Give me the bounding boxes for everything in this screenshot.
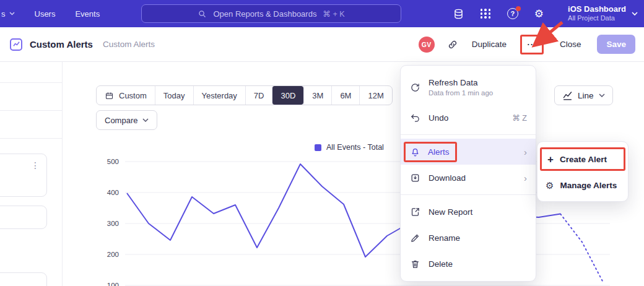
menu-item-undo[interactable]: Undo ⌘ Z <box>401 105 536 131</box>
query-builder-card[interactable]: ⋮ <box>0 154 47 197</box>
menu-item-alerts[interactable]: Alerts › <box>401 139 536 165</box>
date-range-yesterday[interactable]: Yesterday <box>193 86 245 105</box>
save-button[interactable]: Save <box>597 35 635 54</box>
sidebar-divider <box>62 62 63 286</box>
top-bar-icon-group: ? ⚙ <box>453 0 544 27</box>
gear-icon: ⚙ <box>534 9 544 19</box>
report-options-menu: Refresh Data Data from 1 min ago Undo ⌘ … <box>400 65 536 282</box>
trash-icon <box>409 259 421 269</box>
apps-menu-button[interactable] <box>481 9 491 19</box>
date-range-label: Custom <box>119 91 147 100</box>
query-builder-card[interactable] <box>0 206 47 229</box>
date-range-today[interactable]: Today <box>155 86 193 105</box>
plus-icon: + <box>547 154 554 165</box>
sidebar-separator <box>0 82 62 83</box>
legend-swatch <box>315 144 321 151</box>
apps-grid-icon <box>481 9 491 19</box>
date-range-control: Custom Today Yesterday 7D 30D 3M 6M 12M <box>96 85 393 105</box>
undo-icon <box>409 113 421 123</box>
refresh-data-text: Refresh Data Data from 1 min ago <box>429 78 493 97</box>
menu-item-rename[interactable]: Rename <box>401 225 536 251</box>
annotation-box-create-alert: + Create Alert <box>540 147 625 171</box>
date-range-label: 30D <box>281 91 295 100</box>
download-icon <box>409 173 421 183</box>
menu-item-download[interactable]: Download › <box>401 165 536 191</box>
page-title: Custom Alerts <box>30 39 93 50</box>
nav-item-users[interactable]: Users <box>35 9 56 19</box>
menu-divider <box>401 194 536 195</box>
chevron-right-icon: › <box>524 173 527 183</box>
svg-text:300: 300 <box>107 220 119 227</box>
svg-text:400: 400 <box>107 189 119 196</box>
annotation-box-alerts: Alerts <box>404 142 457 162</box>
menu-item-label: Refresh Data <box>429 78 493 87</box>
nav-users-label: Users <box>35 9 56 19</box>
menu-item-new-report[interactable]: New Report <box>401 199 536 225</box>
menu-item-label: Undo <box>429 113 448 123</box>
chart-type-label: Line <box>578 91 594 100</box>
project-selector-text: iOS Dashboard All Project Data <box>568 4 626 23</box>
sidebar-separator <box>0 138 62 139</box>
date-range-6m[interactable]: 6M <box>331 86 359 105</box>
svg-text:200: 200 <box>107 251 119 258</box>
kebab-menu-icon[interactable]: ⋮ <box>31 160 40 170</box>
submenu-item-create-alert[interactable]: + Create Alert <box>537 145 628 173</box>
search-placeholder: Open Reports & Dashboards <box>213 9 316 19</box>
top-navigation-bar: s Users Events Open Reports & Dashboards… <box>0 0 644 27</box>
submenu-item-manage-alerts[interactable]: ⚙ Manage Alerts <box>537 173 628 197</box>
query-builder-card[interactable] <box>0 272 47 286</box>
menu-item-label: Alerts <box>428 147 450 157</box>
menu-item-label: New Report <box>429 207 472 217</box>
breadcrumb[interactable]: Custom Alerts <box>103 40 155 49</box>
menu-item-label: Download <box>429 173 466 183</box>
compare-label: Compare <box>105 116 137 125</box>
nav-item-boards-truncated[interactable]: s <box>1 9 15 19</box>
nav-item-events[interactable]: Events <box>75 9 100 19</box>
pencil-icon <box>409 233 421 243</box>
menu-item-refresh-data[interactable]: Refresh Data Data from 1 min ago <box>401 70 536 105</box>
alerts-submenu: + Create Alert ⚙ Manage Alerts <box>537 141 629 202</box>
board-icon <box>10 38 22 51</box>
close-button[interactable]: Close <box>560 40 581 49</box>
submenu-item-label: Create Alert <box>560 155 607 164</box>
nav-events-label: Events <box>75 9 100 19</box>
help-button[interactable]: ? <box>507 8 518 19</box>
share-link-button[interactable] <box>447 39 458 50</box>
bell-icon <box>409 147 421 157</box>
settings-button[interactable]: ⚙ <box>534 9 544 19</box>
chevron-down-icon <box>142 118 149 122</box>
date-range-7d[interactable]: 7D <box>245 86 272 105</box>
project-name: iOS Dashboard <box>568 4 626 14</box>
refresh-caption: Data from 1 min ago <box>429 89 493 97</box>
search-shortcut: ⌘ + K <box>323 9 344 19</box>
chevron-down-icon <box>632 12 638 16</box>
date-range-custom[interactable]: Custom <box>97 86 155 105</box>
gear-icon: ⚙ <box>546 181 554 190</box>
date-range-30d-selected[interactable]: 30D <box>272 86 303 105</box>
notification-dot <box>516 6 521 11</box>
menu-item-label: Rename <box>429 233 460 243</box>
date-range-3m[interactable]: 3M <box>303 86 331 105</box>
date-range-label: 12M <box>368 91 383 100</box>
avatar[interactable]: GV <box>419 37 435 53</box>
project-selector[interactable]: iOS Dashboard All Project Data <box>568 0 638 27</box>
undo-shortcut: ⌘ Z <box>512 113 527 123</box>
header-actions: GV Duplicate ⋯ Close Save <box>419 35 635 54</box>
new-report-icon <box>409 207 421 217</box>
more-options-button[interactable]: ⋯ <box>520 35 544 54</box>
menu-item-delete[interactable]: Delete <box>401 251 536 277</box>
date-range-12m[interactable]: 12M <box>359 86 391 105</box>
chart-type-button[interactable]: Line <box>554 85 613 105</box>
duplicate-button[interactable]: Duplicate <box>472 40 507 49</box>
menu-item-label: Delete <box>429 259 453 269</box>
submenu-item-label: Manage Alerts <box>560 181 617 190</box>
data-management-button[interactable] <box>453 8 464 20</box>
line-chart-icon <box>562 90 573 101</box>
menu-divider <box>401 134 536 135</box>
report-header: Custom Alerts Custom Alerts GV Duplicate… <box>0 27 644 62</box>
global-search-bar[interactable]: Open Reports & Dashboards ⌘ + K <box>141 4 401 23</box>
search-icon <box>198 9 207 19</box>
date-range-label: 3M <box>312 91 323 100</box>
mini-chart-icon <box>13 41 20 48</box>
compare-button[interactable]: Compare <box>96 110 157 130</box>
